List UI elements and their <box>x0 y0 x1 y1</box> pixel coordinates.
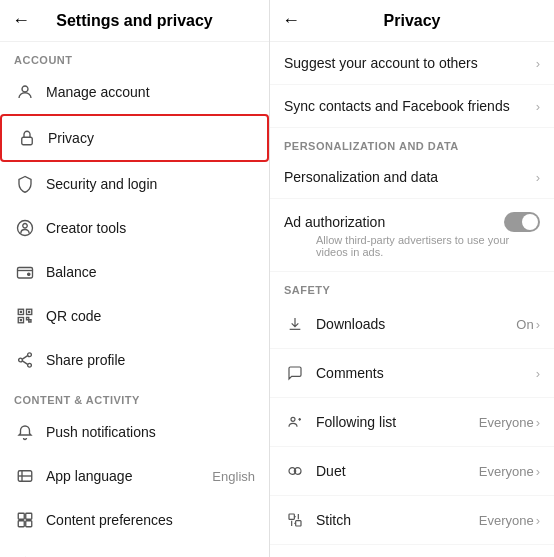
sync-contacts-chevron: › <box>536 99 540 114</box>
right-back-button[interactable]: ← <box>282 10 300 31</box>
right-item-comments[interactable]: Comments › <box>270 349 554 398</box>
section-label-content-activity: CONTENT & ACTIVITY <box>0 382 269 410</box>
menu-item-qr-code[interactable]: QR code <box>0 294 269 338</box>
right-item-ad-authorization[interactable]: Ad authorization Allow third-party adver… <box>270 199 554 272</box>
svg-rect-32 <box>296 521 301 526</box>
privacy-label: Privacy <box>48 130 94 146</box>
ad-authorization-toggle[interactable] <box>504 212 540 232</box>
menu-item-creator-tools[interactable]: Creator tools <box>0 206 269 250</box>
menu-item-ads[interactable]: Ads <box>0 542 269 557</box>
svg-point-14 <box>28 363 32 367</box>
duet-label: Duet <box>316 463 479 479</box>
svg-rect-4 <box>18 268 33 279</box>
security-login-label: Security and login <box>46 176 157 192</box>
ad-authorization-desc: Allow third-party advertisers to use you… <box>284 234 540 258</box>
svg-rect-31 <box>289 514 294 519</box>
balance-label: Balance <box>46 264 97 280</box>
comment-icon <box>284 362 306 384</box>
content-preferences-label: Content preferences <box>46 512 173 528</box>
menu-item-share-profile[interactable]: Share profile <box>0 338 269 382</box>
personalization-data-label: Personalization and data <box>284 169 536 185</box>
right-item-liked-videos[interactable]: Liked videos Only me › <box>270 545 554 557</box>
left-panel: ← Settings and privacy ACCOUNT Manage ac… <box>0 0 270 557</box>
qr-code-label: QR code <box>46 308 101 324</box>
svg-rect-10 <box>28 311 30 313</box>
comments-label: Comments <box>316 365 536 381</box>
svg-line-15 <box>22 356 27 359</box>
stitch-chevron: › <box>536 513 540 528</box>
comments-chevron: › <box>536 366 540 381</box>
right-item-suggest-account[interactable]: Suggest your account to others › <box>270 42 554 85</box>
following-list-value: Everyone <box>479 415 534 430</box>
left-panel-title: Settings and privacy <box>38 12 231 30</box>
downloads-value: On <box>516 317 533 332</box>
menu-item-push-notifications[interactable]: Push notifications <box>0 410 269 454</box>
duet-icon <box>284 460 306 482</box>
duet-chevron: › <box>536 464 540 479</box>
lock-icon <box>16 127 38 149</box>
svg-point-26 <box>291 417 295 421</box>
svg-rect-9 <box>20 311 22 313</box>
svg-point-12 <box>28 353 32 357</box>
suggest-account-chevron: › <box>536 56 540 71</box>
stitch-value: Everyone <box>479 513 534 528</box>
ads-icon <box>14 553 36 557</box>
qr-icon <box>14 305 36 327</box>
section-label-personalization: PERSONALIZATION AND DATA <box>270 128 554 156</box>
svg-rect-22 <box>18 521 24 527</box>
personalization-data-chevron: › <box>536 170 540 185</box>
duet-value: Everyone <box>479 464 534 479</box>
right-item-personalization-data[interactable]: Personalization and data › <box>270 156 554 199</box>
right-item-stitch[interactable]: Stitch Everyone › <box>270 496 554 545</box>
following-list-chevron: › <box>536 415 540 430</box>
svg-point-5 <box>28 273 30 275</box>
section-label-account: ACCOUNT <box>0 42 269 70</box>
wallet-icon <box>14 261 36 283</box>
person-icon <box>14 81 36 103</box>
push-notifications-label: Push notifications <box>46 424 156 440</box>
language-icon <box>14 465 36 487</box>
content-icon <box>14 509 36 531</box>
right-item-sync-contacts[interactable]: Sync contacts and Facebook friends › <box>270 85 554 128</box>
svg-rect-21 <box>26 513 32 519</box>
svg-rect-1 <box>22 137 33 145</box>
stitch-label: Stitch <box>316 512 479 528</box>
svg-rect-23 <box>26 521 32 527</box>
menu-item-privacy[interactable]: Privacy <box>0 114 269 162</box>
sync-contacts-label: Sync contacts and Facebook friends <box>284 98 536 114</box>
menu-item-balance[interactable]: Balance <box>0 250 269 294</box>
person-circle-icon <box>14 217 36 239</box>
left-header: ← Settings and privacy <box>0 0 269 42</box>
menu-item-content-preferences[interactable]: Content preferences <box>0 498 269 542</box>
download-icon <box>284 313 306 335</box>
downloads-chevron: › <box>536 317 540 332</box>
following-list-label: Following list <box>316 414 479 430</box>
following-icon <box>284 411 306 433</box>
svg-point-13 <box>19 358 23 362</box>
share-profile-label: Share profile <box>46 352 125 368</box>
bell-icon <box>14 421 36 443</box>
section-label-safety: SAFETY <box>270 272 554 300</box>
right-item-downloads[interactable]: Downloads On › <box>270 300 554 349</box>
creator-tools-label: Creator tools <box>46 220 126 236</box>
share-icon <box>14 349 36 371</box>
menu-item-app-language[interactable]: App language English <box>0 454 269 498</box>
downloads-label: Downloads <box>316 316 516 332</box>
menu-item-manage-account[interactable]: Manage account <box>0 70 269 114</box>
svg-point-0 <box>22 86 28 92</box>
app-language-label: App language <box>46 468 132 484</box>
shield-icon <box>14 173 36 195</box>
svg-point-3 <box>23 224 28 229</box>
menu-item-security-login[interactable]: Security and login <box>0 162 269 206</box>
left-back-button[interactable]: ← <box>12 10 30 31</box>
ad-authorization-label: Ad authorization <box>284 214 504 230</box>
manage-account-label: Manage account <box>46 84 150 100</box>
svg-line-16 <box>22 361 27 364</box>
right-panel: ← Privacy Suggest your account to others… <box>270 0 554 557</box>
svg-rect-11 <box>20 319 22 321</box>
stitch-icon <box>284 509 306 531</box>
right-item-following-list[interactable]: Following list Everyone › <box>270 398 554 447</box>
svg-rect-20 <box>18 513 24 519</box>
suggest-account-label: Suggest your account to others <box>284 55 536 71</box>
right-item-duet[interactable]: Duet Everyone › <box>270 447 554 496</box>
